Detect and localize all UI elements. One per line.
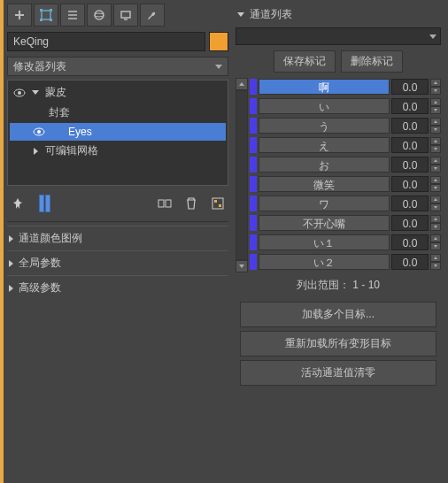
spinner-up[interactable] <box>430 215 441 223</box>
show-end-result-icon[interactable] <box>34 193 55 214</box>
stack-item[interactable]: 可编辑网格 <box>10 141 226 161</box>
display-icon[interactable] <box>113 4 138 27</box>
svg-point-6 <box>95 13 104 17</box>
spinner <box>430 234 441 250</box>
channel-value[interactable]: 0.0 <box>391 118 429 134</box>
channel-handle[interactable] <box>250 215 257 231</box>
channel-dropdown[interactable] <box>236 27 441 45</box>
eye-icon[interactable] <box>13 88 26 97</box>
make-unique-icon[interactable] <box>154 193 175 214</box>
svg-point-5 <box>95 11 104 19</box>
expand-icon[interactable] <box>31 148 40 155</box>
save-marker-button[interactable]: 保存标记 <box>274 50 336 73</box>
channel-value[interactable]: 0.0 <box>391 234 429 250</box>
channel-handle[interactable] <box>250 176 257 192</box>
spinner-down[interactable] <box>430 184 441 192</box>
scroll-track[interactable] <box>236 90 248 260</box>
spinner-down[interactable] <box>430 145 441 153</box>
spinner-down[interactable] <box>430 165 441 172</box>
rollout-color-legend[interactable]: 通道颜色图例 <box>7 226 228 250</box>
transform-icon[interactable] <box>34 4 58 27</box>
spinner-up[interactable] <box>430 234 441 242</box>
chevron-down-icon <box>237 12 244 17</box>
channel-handle[interactable] <box>250 137 257 153</box>
spinner-down[interactable] <box>430 242 441 250</box>
spinner-up[interactable] <box>430 79 441 87</box>
channel-label[interactable]: 微笑 <box>259 176 390 192</box>
channel-row: い0.0 <box>250 97 441 115</box>
stack-item-selected[interactable]: Eyes <box>10 123 226 141</box>
channel-label[interactable]: い２ <box>259 254 390 270</box>
channel-label[interactable]: お <box>259 157 390 172</box>
svg-point-9 <box>18 91 21 95</box>
object-name-input[interactable] <box>7 32 205 51</box>
spinner-down[interactable] <box>430 106 441 114</box>
spinner-down[interactable] <box>430 223 441 231</box>
channel-handle[interactable] <box>250 157 257 172</box>
svg-rect-2 <box>50 9 52 12</box>
spinner-up[interactable] <box>430 176 441 184</box>
spinner <box>430 79 441 95</box>
channel-label[interactable]: ワ <box>259 196 390 211</box>
spinner-up[interactable] <box>430 98 441 106</box>
color-swatch[interactable] <box>209 32 228 51</box>
channel-handle[interactable] <box>250 196 257 211</box>
channel-label[interactable]: い１ <box>259 234 390 250</box>
spinner-up[interactable] <box>430 137 441 145</box>
spinner <box>430 176 441 192</box>
spinner-down[interactable] <box>430 203 441 211</box>
channel-handle[interactable] <box>250 98 257 114</box>
channel-value[interactable]: 0.0 <box>391 79 429 95</box>
channel-handle[interactable] <box>250 118 257 134</box>
channel-value[interactable]: 0.0 <box>391 215 429 231</box>
spinner <box>430 137 441 153</box>
wrench-icon[interactable] <box>140 4 165 27</box>
channel-label[interactable]: 不开心嘴 <box>259 215 390 231</box>
trash-icon[interactable] <box>181 193 202 214</box>
spinner-down[interactable] <box>430 87 441 95</box>
stack-item[interactable]: 封套 <box>10 103 226 123</box>
plus-icon[interactable] <box>7 4 32 27</box>
reload-all-targets-button[interactable]: 重新加载所有变形目标 <box>240 331 437 356</box>
modifier-list-dropdown[interactable]: 修改器列表 <box>7 57 228 76</box>
pin-icon[interactable] <box>7 193 28 214</box>
spinner-up[interactable] <box>430 196 441 203</box>
channel-value[interactable]: 0.0 <box>391 98 429 114</box>
range-label: 列出范围： 1 - 10 <box>236 272 441 298</box>
spinner-up[interactable] <box>430 157 441 165</box>
load-multi-targets-button[interactable]: 加载多个目标... <box>240 302 437 327</box>
channel-label[interactable]: 啊 <box>259 79 390 95</box>
delete-marker-button[interactable]: 删除标记 <box>341 50 403 73</box>
configure-icon[interactable] <box>207 193 228 214</box>
channel-value[interactable]: 0.0 <box>391 137 429 153</box>
channel-list-header[interactable]: 通道列表 <box>236 4 441 26</box>
channel-label[interactable]: う <box>259 118 390 134</box>
channel-value[interactable]: 0.0 <box>391 157 429 172</box>
stack-item[interactable]: 蒙皮 <box>10 82 226 103</box>
channel-label[interactable]: い <box>259 98 390 114</box>
zero-active-channel-button[interactable]: 活动通道值清零 <box>240 360 437 386</box>
spinner-up[interactable] <box>430 254 441 262</box>
scroll-down-button[interactable] <box>236 260 248 272</box>
rollout-advanced-params[interactable]: 高级参数 <box>7 275 228 300</box>
expand-icon[interactable] <box>31 90 40 95</box>
channel-value[interactable]: 0.0 <box>391 254 429 270</box>
spinner-down[interactable] <box>430 126 441 134</box>
channel-handle[interactable] <box>250 79 257 95</box>
channel-row: 啊0.0 <box>250 78 441 96</box>
eye-icon[interactable] <box>33 127 45 136</box>
rollout-global-params[interactable]: 全局参数 <box>7 250 228 275</box>
channel-row: お0.0 <box>250 156 441 173</box>
channel-handle[interactable] <box>250 234 257 250</box>
spinner-up[interactable] <box>430 118 441 126</box>
scroll-up-button[interactable] <box>236 78 248 90</box>
channel-value[interactable]: 0.0 <box>391 176 429 192</box>
list-icon[interactable] <box>60 4 85 27</box>
channel-label[interactable]: え <box>259 137 390 153</box>
spinner-down[interactable] <box>430 262 441 270</box>
sphere-icon[interactable] <box>87 4 112 27</box>
channel-value[interactable]: 0.0 <box>391 196 429 211</box>
scroll-left <box>236 78 248 272</box>
channel-handle[interactable] <box>250 254 257 270</box>
svg-rect-4 <box>50 19 52 21</box>
